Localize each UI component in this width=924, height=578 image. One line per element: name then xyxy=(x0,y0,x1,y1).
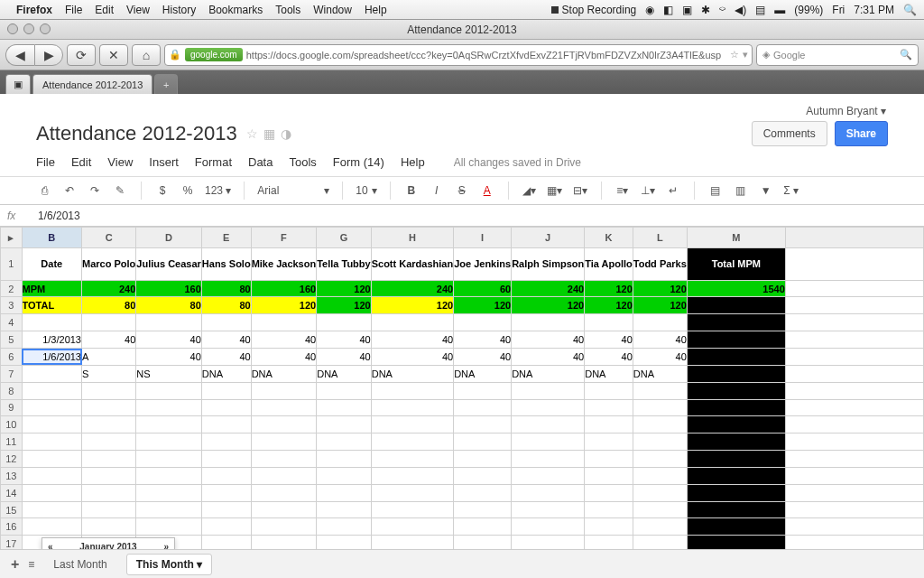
cell[interactable] xyxy=(512,416,585,434)
cell[interactable]: NS xyxy=(136,365,202,382)
hdr-d[interactable]: Julius Ceasar xyxy=(136,248,202,281)
col-F[interactable]: F xyxy=(251,228,317,248)
cell[interactable] xyxy=(785,434,923,451)
hdr-date[interactable]: Date xyxy=(22,248,82,281)
text-color-icon[interactable]: A xyxy=(479,184,495,197)
hdr-j[interactable]: Ralph Simpson xyxy=(512,248,585,281)
functions-icon[interactable]: Σ ▾ xyxy=(783,184,799,197)
row-9[interactable]: 9 xyxy=(1,399,23,416)
cell[interactable]: 40 xyxy=(371,349,453,366)
bold-icon[interactable]: B xyxy=(403,184,420,197)
spreadsheet[interactable]: ▸ B C D E F G H I J K L M 1 Date Marco P… xyxy=(0,227,924,570)
cell[interactable]: 120 xyxy=(454,297,512,314)
cell[interactable]: 120 xyxy=(512,297,585,314)
cell[interactable] xyxy=(82,399,136,416)
cell[interactable] xyxy=(512,467,585,484)
url-bar[interactable]: 🔒 google.com https://docs.google.com/spr… xyxy=(164,44,753,66)
cell[interactable] xyxy=(82,451,136,468)
row-2[interactable]: 2 xyxy=(1,280,23,297)
cell[interactable] xyxy=(785,297,923,314)
cell[interactable] xyxy=(251,382,317,399)
cell[interactable] xyxy=(687,314,785,331)
cell[interactable] xyxy=(82,467,136,484)
cell[interactable] xyxy=(687,484,785,501)
volume-icon[interactable]: ◀) xyxy=(735,4,746,16)
cell[interactable] xyxy=(585,484,633,501)
hdr-l[interactable]: Todd Parks xyxy=(633,248,687,281)
cell[interactable] xyxy=(136,518,202,536)
cell[interactable] xyxy=(454,484,512,501)
cell[interactable] xyxy=(317,434,372,451)
cell[interactable]: DNA xyxy=(512,365,585,382)
cell[interactable] xyxy=(22,314,82,331)
cell[interactable]: 40 xyxy=(201,331,251,349)
row-1[interactable]: 1 xyxy=(1,248,23,281)
cell[interactable] xyxy=(512,451,585,468)
cell[interactable]: 40 xyxy=(82,331,136,349)
cell[interactable] xyxy=(785,484,923,501)
cell[interactable] xyxy=(454,399,512,416)
cell[interactable]: 120 xyxy=(251,297,317,314)
cell[interactable] xyxy=(512,382,585,399)
cell[interactable] xyxy=(317,399,372,416)
row-8[interactable]: 8 xyxy=(1,382,23,399)
cell[interactable] xyxy=(22,467,82,484)
chart-icon[interactable]: ▥ xyxy=(733,184,749,197)
reload-button[interactable]: ⟳ xyxy=(67,44,96,66)
cell[interactable]: 80 xyxy=(201,280,251,297)
cell[interactable] xyxy=(454,416,512,434)
cell[interactable] xyxy=(371,451,453,468)
cell[interactable] xyxy=(785,501,923,518)
row-16[interactable]: 16 xyxy=(1,518,23,536)
cell[interactable] xyxy=(371,484,453,501)
screen-icon[interactable]: ▣ xyxy=(682,4,692,16)
cell[interactable] xyxy=(22,501,82,518)
hdr-e[interactable]: Hans Solo xyxy=(201,248,251,281)
cell[interactable] xyxy=(687,382,785,399)
cell[interactable]: 160 xyxy=(251,280,317,297)
cell[interactable]: DNA xyxy=(454,365,512,382)
row-15[interactable]: 15 xyxy=(1,501,23,518)
row-4[interactable]: 4 xyxy=(1,314,23,331)
cell[interactable]: 40 xyxy=(585,331,633,349)
forward-button[interactable]: ▶ xyxy=(34,44,63,66)
url-dropdown-icon[interactable]: ▾ xyxy=(743,49,748,61)
home-button[interactable]: ⌂ xyxy=(132,44,161,66)
cell[interactable]: 120 xyxy=(317,280,372,297)
cell[interactable] xyxy=(633,416,687,434)
cell[interactable] xyxy=(454,314,512,331)
col-M[interactable]: M xyxy=(687,228,785,248)
menu-help[interactable]: Help xyxy=(401,155,425,169)
mac-menu-tools[interactable]: Tools xyxy=(275,4,300,16)
cell[interactable]: 240 xyxy=(512,280,585,297)
cell[interactable]: 60 xyxy=(454,280,512,297)
cell[interactable] xyxy=(251,518,317,536)
cell[interactable]: 40 xyxy=(201,349,251,366)
cell[interactable] xyxy=(585,467,633,484)
formula-bar[interactable]: fx 1/6/2013 xyxy=(0,205,924,227)
cell[interactable] xyxy=(371,501,453,518)
tab-pinned[interactable]: ▣ xyxy=(5,74,31,94)
cell[interactable] xyxy=(136,467,202,484)
cell[interactable] xyxy=(317,467,372,484)
cell[interactable] xyxy=(454,451,512,468)
hdr-c[interactable]: Marco Polo xyxy=(82,248,136,281)
row-14[interactable]: 14 xyxy=(1,484,23,501)
cell[interactable] xyxy=(785,280,923,297)
tab-attendance[interactable]: Attendance 2012-2013 xyxy=(32,74,152,94)
cell[interactable] xyxy=(585,416,633,434)
cell[interactable] xyxy=(136,484,202,501)
tab-new[interactable]: + xyxy=(154,74,178,94)
cell[interactable] xyxy=(317,416,372,434)
all-sheets-icon[interactable]: ≡ xyxy=(28,558,34,571)
cell[interactable]: 40 xyxy=(454,331,512,349)
browser-search[interactable]: ◈ Google 🔍 xyxy=(756,44,919,66)
redo-icon[interactable]: ↷ xyxy=(87,184,103,197)
cell[interactable] xyxy=(82,484,136,501)
cell[interactable] xyxy=(82,434,136,451)
cell[interactable]: 160 xyxy=(136,280,202,297)
cell[interactable]: 120 xyxy=(585,280,633,297)
cell[interactable] xyxy=(371,314,453,331)
stop-button[interactable]: ✕ xyxy=(99,44,128,66)
valign-icon[interactable]: ⊥▾ xyxy=(640,184,656,197)
